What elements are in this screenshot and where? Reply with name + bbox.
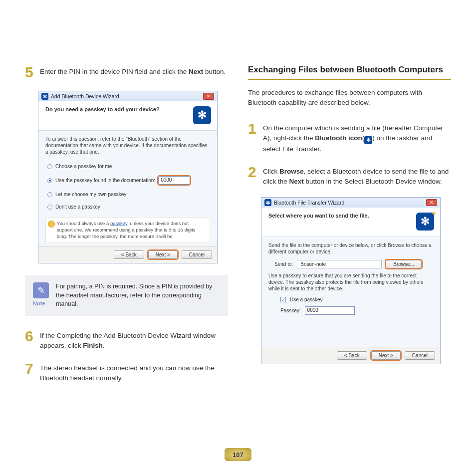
radio-use-documentation-passkey[interactable]: Use the passkey found in the documentati… <box>45 173 210 188</box>
bluetooth-icon: ✻ <box>193 106 211 124</box>
next-button[interactable]: Next > <box>371 351 401 360</box>
step-1: 1 On the computer which is sending a fil… <box>248 121 451 154</box>
step-number: 7 <box>25 361 36 383</box>
step-text: If the Completing the Add Bluetooth Devi… <box>40 329 228 350</box>
note-label: Note <box>33 300 49 306</box>
bluetooth-file-transfer-wizard-dialog: ✻ Bluetooth File Transfer Wizard ✕ Selec… <box>261 197 441 364</box>
dialog-title-text: Bluetooth File Transfer Wizard <box>274 200 344 206</box>
dialog-question: Do you need a passkey to add your device… <box>45 106 188 112</box>
step-text: The stereo headset is connected and you … <box>40 361 228 383</box>
step-5: 5 Enter the PIN in the device PIN field … <box>25 65 228 80</box>
step-2: 2 Click Browse, select a Bluetooth devic… <box>248 165 451 186</box>
warning-box: You should always use a passkey, unless … <box>45 217 210 243</box>
step-number: 6 <box>25 329 36 350</box>
bluetooth-icon: ✻ <box>41 93 48 100</box>
dialog-info-text: Send the file to the computer or device … <box>268 242 433 255</box>
bluetooth-icon: ✻ <box>364 136 372 144</box>
browse-button[interactable]: Browse... <box>386 260 422 268</box>
use-passkey-checkbox[interactable]: ✓ <box>280 297 286 302</box>
dialog-titlebar: ✻ Add Bluetooth Device Wizard ✕ <box>38 91 217 101</box>
dialog-info-text: To answer this question, refer to the "B… <box>45 136 210 155</box>
back-button[interactable]: < Back <box>114 250 144 259</box>
note-box: ✎ Note For pairing, a PIN is required. S… <box>25 275 228 316</box>
note-icon: ✎ <box>33 282 49 298</box>
step-7: 7 The stereo headset is connected and yo… <box>25 361 228 383</box>
radio-choose-own-passkey[interactable]: Let me choose my own passkey: <box>45 188 210 201</box>
passkey-link[interactable]: passkey <box>110 221 127 226</box>
step-6: 6 If the Completing the Add Bluetooth De… <box>25 329 228 350</box>
step-number: 1 <box>248 121 259 154</box>
dialog-question: Select where you want to send the file. <box>268 213 411 219</box>
radio-icon <box>47 192 52 197</box>
radio-icon <box>47 178 52 183</box>
passkey-label: Passkey: <box>280 308 301 313</box>
radio-no-passkey[interactable]: Don't use a passkey <box>45 201 210 213</box>
bluetooth-icon: ✻® <box>416 213 434 231</box>
step-text: Click Browse, select a Bluetooth device … <box>263 165 451 186</box>
note-text: For pairing, a PIN is required. Since a … <box>56 282 220 309</box>
dialog-titlebar: ✻ Bluetooth File Transfer Wizard ✕ <box>261 198 440 208</box>
bluetooth-icon: ✻ <box>264 199 271 206</box>
page-number: 107 <box>225 448 251 461</box>
step-text: Enter the PIN in the device PIN field an… <box>40 65 226 80</box>
passkey-input[interactable]: 0000 <box>305 306 355 315</box>
dialog-info-text: Use a passkey to ensure that you are sen… <box>268 272 433 292</box>
radio-choose-passkey[interactable]: Choose a passkey for me <box>45 160 210 173</box>
cancel-button[interactable]: Cancel <box>405 351 435 360</box>
passkey-input[interactable]: 0000 <box>158 176 190 185</box>
sendto-label: Send to: <box>274 261 293 267</box>
sendto-field[interactable]: Bosun-note <box>297 260 382 268</box>
back-button[interactable]: < Back <box>337 351 367 360</box>
dialog-title-text: Add Bluetooth Device Wizard <box>51 93 119 99</box>
next-button[interactable]: Next > <box>148 250 178 259</box>
step-number: 2 <box>248 165 259 186</box>
cancel-button[interactable]: Cancel <box>182 250 212 259</box>
radio-icon <box>47 164 52 169</box>
step-number: 5 <box>25 65 36 80</box>
radio-icon <box>47 205 52 210</box>
step-text: On the computer which is sending a file … <box>263 121 451 154</box>
section-heading: Exchanging Files between Bluetooth Compu… <box>248 65 451 80</box>
use-passkey-label: Use a passkey <box>290 297 323 302</box>
section-intro: The procedures to exchange files between… <box>248 88 451 107</box>
add-bluetooth-device-wizard-dialog: ✻ Add Bluetooth Device Wizard ✕ Do you n… <box>38 91 218 263</box>
close-icon[interactable]: ✕ <box>426 199 437 206</box>
close-icon[interactable]: ✕ <box>203 93 214 100</box>
